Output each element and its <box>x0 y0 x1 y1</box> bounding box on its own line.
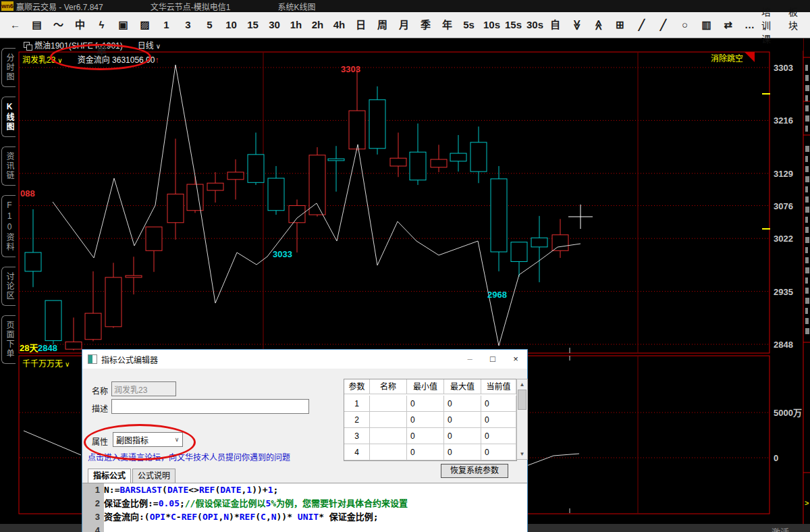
period-week-button[interactable]: 周 <box>373 12 392 38</box>
scrollbar-thumb[interactable] <box>518 390 526 410</box>
time-line-button[interactable]: ～ <box>49 12 68 38</box>
sidebar-tab-K线图[interactable]: K线图 <box>1 97 16 137</box>
param-cell[interactable]: 0 <box>407 412 444 428</box>
code-line[interactable]: 2保证金比例:=0.05;//假设保证金比例以5%为例，您需要针对具体合约来设置 <box>82 497 527 510</box>
close-button[interactable]: × <box>504 350 527 368</box>
trend-line-button[interactable]: ╱ <box>632 12 651 38</box>
period-15min-button[interactable]: 15 <box>243 12 263 38</box>
save-button[interactable]: ▣ <box>113 12 133 38</box>
chart-window-button[interactable]: ▨ <box>135 12 155 38</box>
description-field[interactable] <box>111 399 309 414</box>
period-selector[interactable]: 日线∨ <box>138 39 161 51</box>
svg-text:28天: 28天 <box>20 343 38 353</box>
param-row-index[interactable]: 2 <box>344 412 370 428</box>
period-day-button[interactable]: 日 <box>351 12 371 38</box>
param-cell[interactable]: 0 <box>407 444 444 460</box>
param-cell[interactable]: 0 <box>481 444 516 460</box>
volume-bars-button[interactable]: ▥ <box>697 12 716 38</box>
sidebar-tab-F10资料[interactable]: F10资料 <box>1 195 16 257</box>
circle-tool-button[interactable]: ○ <box>675 12 695 38</box>
param-cell[interactable]: 0 <box>407 396 444 412</box>
period-30min-button[interactable]: 30 <box>265 12 284 38</box>
sidebar-tab-页面下单[interactable]: 页面下单 <box>1 315 16 364</box>
param-cell[interactable]: 0 <box>444 396 481 412</box>
period-quarter-button[interactable]: 季 <box>416 12 435 38</box>
dialog-tab-指标公式[interactable]: 指标公式 <box>88 469 131 484</box>
dialog-title: 指标公式编辑器 <box>101 354 158 365</box>
quote-board-button[interactable]: ▤ <box>27 12 47 38</box>
param-cell[interactable] <box>370 412 407 428</box>
period-5s-button[interactable]: 5s <box>459 12 479 38</box>
code-token: * <box>319 512 329 522</box>
restore-defaults-button[interactable]: 恢复系统参数 <box>441 464 508 478</box>
remove-gap-button[interactable]: 消除跳空 <box>711 52 755 63</box>
period-2h-button[interactable]: 2h <box>308 12 327 38</box>
scroll-up-icon[interactable]: ▲ <box>517 379 527 390</box>
lightning-order-button[interactable]: ϟ单 <box>92 12 111 38</box>
param-row-index[interactable]: 4 <box>344 444 370 460</box>
split-window-button[interactable]: ⊞ <box>610 12 630 38</box>
maximize-button[interactable]: □ <box>481 350 504 368</box>
left-tab-column: 分时图K线图资讯链F10资料讨论区页面下单 <box>0 38 18 524</box>
sectors-button[interactable]: 板块 <box>788 5 798 45</box>
code-token: N <box>271 512 277 522</box>
sidebar-tab-讨论区[interactable]: 讨论区 <box>1 267 16 306</box>
param-cell[interactable]: 0 <box>481 428 516 444</box>
period-3min-button[interactable]: 3 <box>178 12 198 38</box>
main-indicator-selector[interactable]: 润发乳23∨ <box>22 53 63 65</box>
expand-bars-button[interactable]: ≪ <box>586 16 612 35</box>
period-1min-button[interactable]: 1 <box>157 12 176 38</box>
dialog-titlebar[interactable]: 指标公式编辑器 – □ × <box>82 350 527 369</box>
period-15s-button[interactable]: 15s <box>502 12 522 38</box>
contract-symbol[interactable]: 燃油1901(SHFE fu1901) <box>34 39 123 51</box>
code-token: DATE <box>167 485 188 495</box>
table-scrollbar[interactable]: ▲ ▼ <box>516 379 528 460</box>
window-title: 赢顺云交易 - Ver6.7.847 <box>16 1 103 12</box>
sub-indicator-selector[interactable]: 千千万万无∨ <box>22 357 70 369</box>
param-cell[interactable] <box>370 444 407 460</box>
period-30s-button[interactable]: 30s <box>524 12 543 38</box>
name-field[interactable] <box>111 381 176 396</box>
param-cell[interactable]: 0 <box>444 444 481 460</box>
period-10min-button[interactable]: 10 <box>221 12 241 38</box>
minimize-button[interactable]: – <box>458 350 481 368</box>
param-cell[interactable]: 0 <box>407 428 444 444</box>
forum-link[interactable]: 点击进入麦语言论坛，向文华技术人员提问你遇到的问题 <box>88 451 290 462</box>
segment-line-button[interactable]: ╱ <box>653 12 673 38</box>
param-cell[interactable]: 0 <box>444 412 481 428</box>
sidebar-tab-分时图[interactable]: 分时图 <box>1 48 16 87</box>
period-year-button[interactable]: 年 <box>437 12 457 38</box>
line-number: 2 <box>82 497 104 510</box>
period-1h-button[interactable]: 1h <box>286 12 306 38</box>
candlestick-button[interactable]: 中 <box>70 12 90 38</box>
period-custom-button[interactable]: 自 <box>545 12 565 38</box>
param-cell[interactable]: 0 <box>481 396 516 412</box>
sidebar-tab-资讯链[interactable]: 资讯链 <box>1 147 16 186</box>
param-cell[interactable] <box>370 396 407 412</box>
period-5min-button[interactable]: 5 <box>200 12 219 38</box>
param-row-index[interactable]: 3 <box>344 428 370 444</box>
indicator-formula-editor-dialog: 指标公式编辑器 – □ × 名称 描述 属性 副图指标 ∨ 参数名称最小值最大值… <box>82 349 528 532</box>
code-line[interactable]: 4 <box>82 524 527 532</box>
link-contract-icon[interactable] <box>24 42 30 48</box>
cycle-adjust-button[interactable]: ⇄ <box>718 12 738 38</box>
dialog-tab-公式说明[interactable]: 公式说明 <box>132 469 176 484</box>
name-label: 名称 <box>92 385 108 396</box>
code-line[interactable]: 1N:=BARSLAST(DATE<>REF(DATE,1))+1; <box>82 483 527 497</box>
period-10s-button[interactable]: 10s <box>481 12 500 38</box>
formula-code-editor[interactable]: 1N:=BARSLAST(DATE<>REF(DATE,1))+1;2保证金比例… <box>82 483 527 532</box>
period-4h-button[interactable]: 4h <box>329 12 349 38</box>
param-cell[interactable]: 0 <box>444 428 481 444</box>
code-line[interactable]: 3资金流向:(OPI*C-REF(OPI,N)*REF(C,N))* UNIT*… <box>82 510 527 524</box>
svg-text:3076: 3076 <box>774 201 793 211</box>
period-month-button[interactable]: 月 <box>394 12 414 38</box>
scroll-down-icon[interactable]: ▼ <box>517 449 527 459</box>
parameter-table: 参数名称最小值最大值当前值1000200030004000 <box>344 379 517 461</box>
param-row-index[interactable]: 1 <box>344 396 370 412</box>
training-course-button[interactable]: 培训课 <box>761 5 771 45</box>
param-cell[interactable]: 0 <box>481 412 516 428</box>
back-button[interactable]: ← <box>5 12 25 38</box>
more-button[interactable]: … <box>740 12 759 38</box>
param-cell[interactable] <box>370 428 407 444</box>
attribute-dropdown[interactable]: 副图指标 ∨ <box>113 432 183 447</box>
